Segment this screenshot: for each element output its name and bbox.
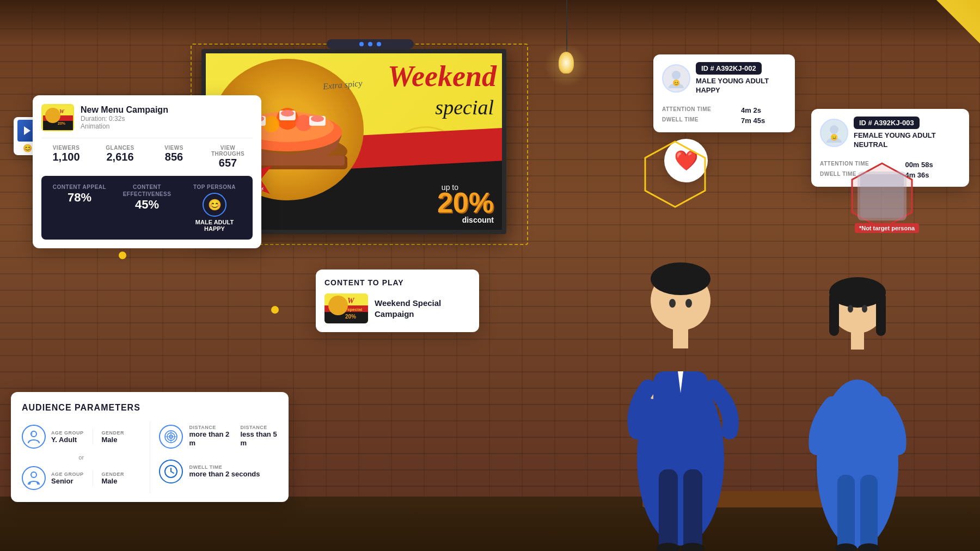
sensor-dot-1 [359,42,364,46]
radar-icon [159,425,183,449]
content-appeal-value: 78% [50,191,109,205]
person-card-1: 😊 ID # A392KJ-002 MALE YOUNG ADULT HAPPY… [653,54,795,132]
sensor-dot-2 [368,42,372,46]
campaign-header: W 20% New Menu Campaign Duration: 0:32s … [41,104,253,138]
dist-1: DISTANCE more than 2 m [189,425,230,447]
content-name: Weekend Special Campaign [375,298,470,319]
female-character [773,197,942,551]
svg-text:😐: 😐 [831,134,838,141]
viewers-label: VIEWERS [41,145,91,151]
display-weekend-text: Weekend [388,62,497,91]
metrics-bar: CONTENT APPEAL 78% CONTENT EFFECTIVENESS… [41,176,253,240]
gender-info-2: GENDER Male [102,472,125,485]
svg-rect-72 [832,393,883,491]
metric-content-appeal: CONTENT APPEAL 78% [50,183,109,205]
distance-labels-row: DISTANCE more than 2 m DISTANCE less tha… [189,425,278,447]
views-label: VIEWS [149,145,199,151]
person-1-persona: MALE YOUNG ADULT HAPPY [696,77,786,95]
content-thumbnail: W special 20% [324,293,368,323]
svg-rect-60 [683,469,702,551]
svg-rect-59 [659,469,678,551]
person-1-dwell-value: 7m 45s [741,117,786,125]
gender-label-2: GENDER [102,472,125,477]
persona-icon: 😊 [203,193,226,217]
display-special-text: special [435,97,494,118]
svg-point-41 [328,296,348,315]
param-info-2: AGE GROUP Senior [51,472,84,485]
connector-dot-1 [119,252,126,259]
display-discount: 20% [437,186,494,219]
distance-dwell-params: DISTANCE more than 2 m DISTANCE less tha… [150,421,278,493]
dwell-label: DWELL TIME [189,464,260,470]
distance-info: DISTANCE more than 2 m DISTANCE less tha… [189,425,278,447]
campaign-info: New Menu Campaign Duration: 0:32s Animat… [81,105,168,130]
age-gender-params: AGE GROUP Y. Adult GENDER Male or [22,421,150,493]
views-value: 856 [149,151,199,163]
age-group-value-1: Y. Adult [51,436,84,444]
svg-marker-77 [645,142,705,207]
play-icon [24,126,30,135]
person-1-stats: ATTENTION TIME 4m 2s DWELL TIME 7m 45s [662,106,786,125]
svg-point-48 [830,125,838,134]
person-2-persona: FEMALE YOUNG ADULT NEUTRAL [854,131,960,150]
gender-value-1: Male [102,436,125,444]
param-row-2: AGE GROUP Senior GENDER Male [22,463,141,493]
ceiling [0,0,980,44]
person-1-attention-value: 4m 2s [741,106,786,114]
svg-point-15 [311,115,324,122]
effectiveness-value: 45% [118,198,176,212]
person-1-attention-label: ATTENTION TIME [662,106,732,114]
person-1-id: ID # A392KJ-002 [696,62,762,75]
dist-label-2: DISTANCE [240,425,278,430]
view-throughs-value: 657 [203,157,253,169]
dwell-value: more than 2 seconds [189,470,260,479]
view-throughs-label: VIEW THROUGHS [203,145,253,157]
gender-label-1: GENDER [102,430,125,436]
svg-rect-63 [673,327,688,348]
dist-label-1: DISTANCE [189,425,230,430]
svg-text:W: W [59,108,65,114]
svg-point-27 [31,472,36,477]
campaign-duration: Duration: 0:32s [81,115,168,123]
age-icon-1 [22,425,46,449]
dwell-info: DWELL TIME more than 2 seconds [189,464,260,479]
stat-glances: GLANCES 2,616 [95,145,145,169]
svg-text:special: special [347,307,362,312]
male-character [583,159,779,551]
glances-value: 2,616 [95,151,145,163]
lamp-bulb [559,52,574,74]
svg-point-53 [651,262,710,295]
campaign-title: New Menu Campaign [81,105,168,115]
person-2-avatar: 😐 [820,119,848,147]
svg-rect-68 [876,292,886,336]
svg-text:W: W [347,297,355,305]
campaign-thumb-content: W 20% [41,104,74,131]
connector-dot-2 [271,306,279,314]
viewers-value: 1,100 [41,151,91,163]
dist-2: DISTANCE less than 5 m [240,425,278,447]
gender-value-2: Male [102,477,125,485]
content-appeal-label: CONTENT APPEAL [50,183,109,191]
campaign-card: W 20% New Menu Campaign Duration: 0:32s … [33,95,261,248]
svg-point-22 [45,108,60,123]
effectiveness-label: CONTENT EFFECTIVENESS [118,183,176,198]
svg-point-55 [685,299,692,308]
audience-parameters-card: AUDIENCE PARAMETERS AGE GROUP Y. Adult [11,392,289,502]
svg-rect-74 [860,475,878,551]
person-1-dwell-label: DWELL TIME [662,117,732,125]
stat-viewers: VIEWERS 1,100 [41,145,91,169]
person-1-header: 😊 ID # A392KJ-002 MALE YOUNG ADULT HAPPY [662,62,786,101]
persona-value: MALE ADULT HAPPY [185,219,244,232]
metric-effectiveness: CONTENT EFFECTIVENESS 45% [118,183,176,212]
param-info-1: AGE GROUP Y. Adult [51,430,84,444]
svg-point-26 [30,433,33,435]
emotion-icons: 😊 [23,144,32,152]
svg-text:😊: 😊 [673,79,680,87]
or-divider: or [22,452,141,463]
display-discount-sub: discount [462,216,494,224]
svg-text:20%: 20% [58,121,66,125]
person-1-info: ID # A392KJ-002 MALE YOUNG ADULT HAPPY [696,62,786,95]
lamp [555,0,577,87]
glances-label: GLANCES [95,145,145,151]
svg-rect-80 [860,174,904,218]
